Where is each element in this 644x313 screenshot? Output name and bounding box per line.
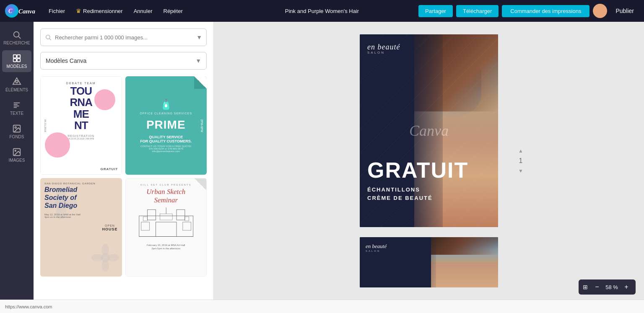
zoom-in-button[interactable]: + bbox=[621, 282, 631, 292]
canva-watermark: Canva bbox=[409, 122, 449, 140]
publish-button[interactable]: Publier bbox=[610, 5, 639, 17]
search-icon-panel bbox=[45, 34, 52, 41]
page-curl-icon bbox=[194, 76, 207, 89]
sidebar-item-elements[interactable]: ÉLÉMENTS bbox=[2, 74, 31, 96]
canva-logo[interactable]: C Canva bbox=[5, 4, 39, 18]
page-curl2-icon bbox=[195, 178, 206, 190]
woman-photo-2 bbox=[431, 237, 498, 287]
search-input[interactable] bbox=[55, 34, 194, 41]
svg-rect-38 bbox=[182, 222, 191, 230]
dropdown-chevron-icon: ▼ bbox=[195, 57, 201, 64]
top-navigation: C Canva Fichier ♛ Redimensionner Annuler… bbox=[0, 0, 644, 22]
salon-name-2: en beauté bbox=[366, 243, 387, 250]
zoom-out-button[interactable]: − bbox=[592, 282, 602, 292]
svg-line-4 bbox=[18, 36, 21, 39]
text-icon bbox=[12, 101, 21, 110]
sidebar-item-modeles[interactable]: MODÈLES bbox=[2, 50, 31, 72]
download-button[interactable]: Télécharger bbox=[456, 5, 499, 17]
second-design-card[interactable]: en beauté SALON bbox=[360, 237, 498, 287]
page-navigation: ▲ 1 ▼ bbox=[518, 148, 523, 174]
nav-repeter[interactable]: Répéter bbox=[159, 5, 187, 17]
template-card-urban[interactable]: HILL SET CLUB PRESENTS Urban SketchSemin… bbox=[125, 178, 207, 277]
svg-point-19 bbox=[46, 35, 50, 39]
nav-annuler[interactable]: Annuler bbox=[130, 5, 157, 17]
category-dropdown-label: Modèles Canva bbox=[46, 57, 86, 64]
crown-icon: ♛ bbox=[76, 8, 81, 14]
svg-point-10 bbox=[16, 80, 18, 83]
search-icon bbox=[12, 30, 21, 39]
open-house-badge: OPEN HOUSE bbox=[102, 224, 117, 231]
zoom-level: 58 % bbox=[604, 284, 620, 290]
svg-marker-9 bbox=[13, 78, 21, 85]
fit-screen-button[interactable]: ⊞ bbox=[583, 284, 588, 290]
svg-rect-32 bbox=[147, 210, 156, 220]
sidebar-item-recherche[interactable]: RECHERCHE bbox=[2, 27, 31, 49]
nav-right-actions: Partager Télécharger Commander des impre… bbox=[418, 4, 639, 18]
svg-text:Canva: Canva bbox=[18, 8, 36, 15]
svg-rect-31 bbox=[139, 216, 193, 237]
nav-fichier[interactable]: Fichier bbox=[44, 5, 69, 17]
building-illustration bbox=[131, 207, 202, 241]
tournament-date: 05.21.2018 bbox=[44, 119, 47, 132]
zoom-controls: ⊞ − 58 % + bbox=[579, 279, 636, 295]
svg-line-20 bbox=[49, 39, 51, 40]
sidebar-item-fonds[interactable]: FONDS bbox=[2, 121, 31, 142]
elements-icon bbox=[12, 77, 21, 86]
echantillons-text: ÉCHANTILLONS CRÈME DE BEAUTÉ bbox=[367, 186, 433, 202]
page-down-arrow[interactable]: ▼ bbox=[518, 168, 523, 174]
sidebar-item-images[interactable]: IMAGES bbox=[2, 144, 31, 166]
svg-rect-39 bbox=[143, 217, 147, 221]
template-card-bromeliad[interactable]: SAN DIEGO BOTANICAL GARDEN BromeliadSoci… bbox=[40, 178, 122, 277]
salon-header-2: en beauté SALON bbox=[366, 243, 387, 252]
print-button[interactable]: Commander des impressions bbox=[502, 5, 589, 17]
canvas-area[interactable]: en beauté SALON Canva GRATUIT ÉCHANTILLO… bbox=[214, 22, 644, 313]
svg-rect-37 bbox=[141, 222, 149, 230]
svg-rect-5 bbox=[13, 55, 16, 58]
svg-text:C: C bbox=[8, 8, 13, 14]
salon-name: en beauté bbox=[367, 43, 400, 52]
document-title: Pink and Purple Women's Hair bbox=[285, 8, 359, 14]
svg-point-18 bbox=[15, 150, 16, 151]
svg-rect-6 bbox=[17, 55, 20, 58]
salon-sub-2: SALON bbox=[366, 250, 387, 252]
share-button[interactable]: Partager bbox=[418, 5, 453, 17]
backgrounds-icon bbox=[12, 124, 21, 133]
salon-header: en beauté SALON bbox=[367, 43, 400, 54]
svg-point-3 bbox=[14, 32, 19, 37]
templates-grid: 05.21.2018 DEBATE TEAM TOURNAMENT REGIST… bbox=[40, 76, 207, 277]
templates-icon bbox=[12, 54, 21, 63]
avatar[interactable] bbox=[593, 4, 607, 18]
svg-rect-33 bbox=[177, 210, 185, 220]
footer-url: https://www.canva.com bbox=[5, 304, 52, 309]
svg-rect-34 bbox=[156, 222, 177, 237]
page-up-arrow[interactable]: ▲ bbox=[518, 148, 523, 154]
svg-point-16 bbox=[15, 127, 16, 128]
templates-panel: ▼ Modèles Canva ▼ 05.21.2018 DEBATE TEAM… bbox=[34, 22, 214, 313]
page-number: 1 bbox=[519, 157, 523, 165]
main-design-card[interactable]: en beauté SALON Canva GRATUIT ÉCHANTILLO… bbox=[360, 34, 498, 227]
svg-rect-35 bbox=[160, 214, 172, 220]
tournament-badge: GRATUIT bbox=[101, 167, 118, 171]
left-sidebar: RECHERCHE MODÈLES ÉLÉMENTS TEXTE FON bbox=[0, 22, 34, 313]
sidebar-item-texte[interactable]: TEXTE bbox=[2, 97, 31, 119]
template-card-prime[interactable]: 🧴 OFFICE CLEANING SERVICES PRIME QUALITY… bbox=[125, 76, 207, 175]
images-icon bbox=[12, 147, 21, 157]
category-dropdown[interactable]: Modèles Canva ▼ bbox=[40, 52, 207, 70]
spray-icon: 🧴 bbox=[160, 98, 172, 110]
nav-redimensionner[interactable]: ♛ Redimensionner bbox=[72, 5, 127, 17]
search-bar[interactable]: ▼ bbox=[40, 28, 207, 46]
svg-rect-40 bbox=[184, 217, 189, 221]
svg-rect-8 bbox=[17, 59, 20, 62]
gratuit-text: GRATUIT bbox=[367, 159, 468, 181]
svg-rect-7 bbox=[13, 59, 16, 62]
search-chevron-icon[interactable]: ▼ bbox=[196, 34, 202, 41]
template-card-tournament[interactable]: 05.21.2018 DEBATE TEAM TOURNAMENT REGIST… bbox=[40, 76, 122, 175]
design-wrapper: en beauté SALON Canva GRATUIT ÉCHANTILLO… bbox=[360, 34, 498, 287]
bottom-bar: https://www.canva.com bbox=[0, 300, 644, 313]
